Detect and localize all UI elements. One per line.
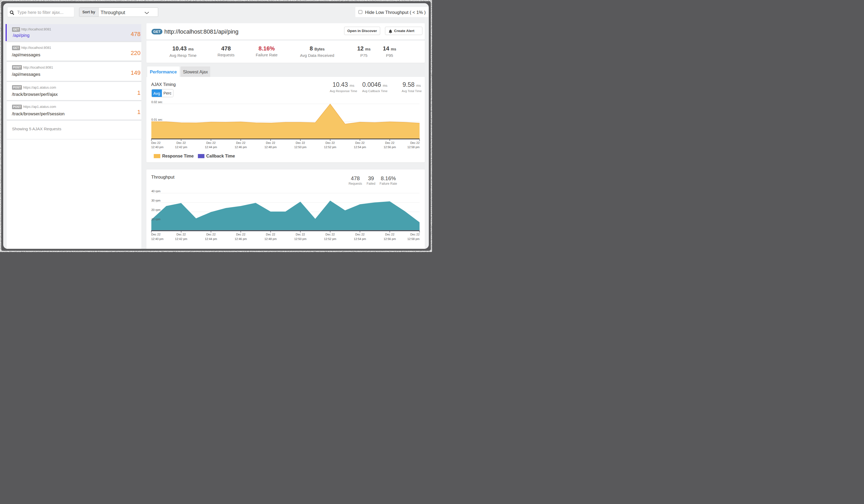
svg-text:12:46 pm: 12:46 pm [235, 146, 247, 149]
svg-text:Dec 22: Dec 22 [177, 141, 186, 145]
svg-text:Response Time: Response Time [162, 154, 194, 158]
svg-text:Dec 22: Dec 22 [296, 141, 305, 145]
svg-text:Dec 22: Dec 22 [151, 233, 160, 236]
svg-text:Dec 22: Dec 22 [385, 233, 394, 236]
svg-text:12:58 pm: 12:58 pm [407, 146, 420, 149]
svg-text:20 rpm: 20 rpm [152, 208, 160, 211]
svg-text:Dec 22: Dec 22 [266, 141, 275, 145]
svg-text:Callback Time: Callback Time [206, 154, 235, 158]
svg-text:Dec 22: Dec 22 [296, 233, 305, 236]
svg-text:12:52 pm: 12:52 pm [324, 146, 336, 149]
svg-text:12:50 pm: 12:50 pm [294, 237, 307, 241]
svg-text:12:48 pm: 12:48 pm [264, 237, 277, 241]
svg-text:Dec 22: Dec 22 [177, 233, 186, 236]
svg-text:12:42 pm: 12:42 pm [175, 146, 187, 149]
svg-text:12:52 pm: 12:52 pm [324, 237, 336, 241]
svg-text:12:50 pm: 12:50 pm [294, 146, 307, 149]
svg-text:10 rpm: 10 rpm [152, 218, 160, 221]
svg-text:Dec 22: Dec 22 [151, 141, 160, 145]
svg-text:Dec 22: Dec 22 [266, 233, 275, 236]
svg-text:Dec 22: Dec 22 [410, 233, 420, 236]
svg-text:30 rpm: 30 rpm [152, 199, 160, 202]
svg-text:40 rpm: 40 rpm [152, 189, 160, 193]
svg-text:Dec 22: Dec 22 [410, 141, 420, 145]
svg-text:Dec 22: Dec 22 [355, 141, 365, 145]
svg-text:12:46 pm: 12:46 pm [235, 237, 247, 241]
svg-text:12:40 pm: 12:40 pm [151, 146, 164, 149]
svg-text:12:56 pm: 12:56 pm [384, 237, 396, 241]
svg-text:12:44 pm: 12:44 pm [205, 237, 217, 241]
svg-text:Dec 22: Dec 22 [325, 141, 335, 145]
svg-text:Dec 22: Dec 22 [325, 233, 335, 236]
svg-text:Dec 22: Dec 22 [385, 141, 394, 145]
svg-text:12:56 pm: 12:56 pm [384, 146, 396, 149]
svg-text:12:54 pm: 12:54 pm [354, 237, 366, 241]
svg-text:12:48 pm: 12:48 pm [264, 146, 277, 149]
svg-text:Dec 22: Dec 22 [236, 233, 245, 236]
svg-text:0.02 sec: 0.02 sec [152, 100, 163, 103]
svg-text:12:40 pm: 12:40 pm [151, 237, 164, 241]
svg-text:Dec 22: Dec 22 [206, 233, 216, 236]
svg-text:0.01 sec: 0.01 sec [152, 118, 163, 121]
svg-text:12:54 pm: 12:54 pm [354, 146, 366, 149]
svg-text:Dec 22: Dec 22 [236, 141, 245, 145]
svg-text:12:44 pm: 12:44 pm [205, 146, 217, 149]
svg-text:12:58 pm: 12:58 pm [407, 237, 420, 241]
svg-text:12:42 pm: 12:42 pm [175, 237, 187, 241]
svg-text:Dec 22: Dec 22 [355, 233, 365, 236]
svg-text:Dec 22: Dec 22 [206, 141, 216, 145]
